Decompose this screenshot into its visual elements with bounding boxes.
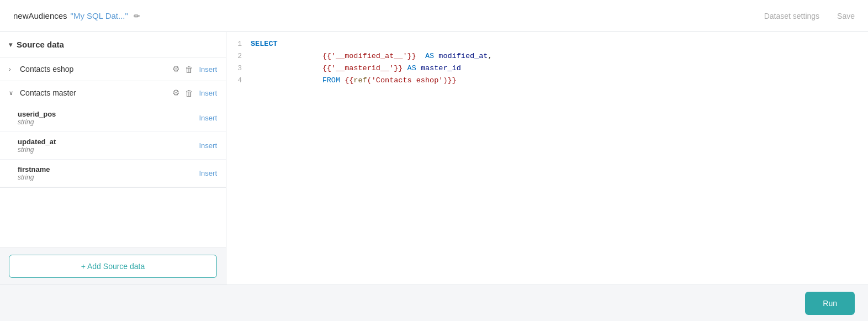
edit-icon[interactable]: ✏ bbox=[134, 12, 140, 20]
source-item-chevron-eshop: › bbox=[9, 66, 15, 72]
sidebar: ▾ Source data › Contacts eshop ⚙ 🗑 Inser… bbox=[0, 32, 226, 285]
code-line-4: 4 FROM {{ref('Contacts eshop')}} bbox=[226, 75, 868, 87]
editor-area[interactable]: 1 SELECT 2 {{'__modified_at__'}} AS modi… bbox=[226, 32, 868, 285]
settings-icon-eshop[interactable]: ⚙ bbox=[172, 64, 179, 74]
source-data-title: Source data bbox=[17, 40, 64, 49]
source-data-collapse-icon[interactable]: ▾ bbox=[9, 41, 12, 49]
field-row-firstname: firstname string Insert bbox=[0, 160, 226, 187]
code-lines: 1 SELECT 2 {{'__modified_at__'}} AS modi… bbox=[226, 32, 868, 94]
insert-button-master[interactable]: Insert bbox=[199, 89, 217, 97]
field-row-updated-at: updated_at string Insert bbox=[0, 132, 226, 160]
source-item-contacts-eshop: › Contacts eshop ⚙ 🗑 Insert bbox=[0, 57, 226, 81]
source-item-header-contacts-master[interactable]: ∨ Contacts master ⚙ 🗑 Insert bbox=[0, 81, 226, 104]
source-item-contacts-master: ∨ Contacts master ⚙ 🗑 Insert userid_pos … bbox=[0, 81, 226, 188]
field-insert-firstname[interactable]: Insert bbox=[199, 169, 217, 177]
code-line-1: 1 SELECT bbox=[226, 39, 868, 51]
line-content-3: {{'__masterid__'}} AS master_id bbox=[251, 64, 868, 72]
dataset-settings-button[interactable]: Dataset settings bbox=[764, 12, 819, 20]
field-type-updated-at: string bbox=[18, 146, 199, 154]
source-item-chevron-master: ∨ bbox=[9, 90, 15, 97]
code-line-2: 2 {{'__modified_at__'}} AS modified_at, bbox=[226, 51, 868, 63]
field-name-firstname: firstname bbox=[18, 165, 199, 173]
bottom-bar: Run bbox=[0, 285, 868, 321]
save-button[interactable]: Save bbox=[837, 12, 855, 20]
field-info-userid-pos: userid_pos string bbox=[18, 110, 199, 126]
delete-icon-master[interactable]: 🗑 bbox=[185, 88, 193, 98]
field-row-userid-pos: userid_pos string Insert bbox=[0, 104, 226, 132]
field-type-userid-pos: string bbox=[18, 118, 199, 126]
field-insert-userid-pos[interactable]: Insert bbox=[199, 114, 217, 122]
header-left: newAudiences "My SQL Dat..." ✏ bbox=[13, 11, 140, 20]
source-item-actions-eshop: ⚙ 🗑 Insert bbox=[172, 64, 217, 74]
dataset-name: "My SQL Dat..." bbox=[71, 11, 128, 20]
settings-icon-master[interactable]: ⚙ bbox=[172, 88, 179, 98]
line-number-1: 1 bbox=[226, 40, 251, 48]
run-button[interactable]: Run bbox=[805, 292, 855, 315]
source-item-name-master: Contacts master bbox=[20, 88, 168, 97]
source-item-name-eshop: Contacts eshop bbox=[20, 65, 168, 73]
line-number-3: 3 bbox=[226, 64, 251, 72]
line-number-4: 4 bbox=[226, 76, 251, 85]
header: newAudiences "My SQL Dat..." ✏ Dataset s… bbox=[0, 0, 868, 32]
line-content-1: SELECT bbox=[251, 40, 868, 48]
source-data-header: ▾ Source data bbox=[0, 32, 226, 57]
field-info-firstname: firstname string bbox=[18, 165, 199, 181]
main-content: ▾ Source data › Contacts eshop ⚙ 🗑 Inser… bbox=[0, 32, 868, 285]
source-item-actions-master: ⚙ 🗑 Insert bbox=[172, 88, 217, 98]
field-type-firstname: string bbox=[18, 173, 199, 181]
field-name-userid-pos: userid_pos bbox=[18, 110, 199, 118]
add-source-button[interactable]: + Add Source data bbox=[9, 255, 217, 278]
code-line-3: 3 {{'__masterid__'}} AS master_id bbox=[226, 63, 868, 75]
insert-button-eshop[interactable]: Insert bbox=[199, 65, 217, 73]
field-info-updated-at: updated_at string bbox=[18, 138, 199, 154]
line-content-2: {{'__modified_at__'}} AS modified_at, bbox=[251, 52, 868, 60]
add-source-footer: + Add Source data bbox=[0, 248, 226, 285]
app-name: newAudiences bbox=[13, 11, 67, 20]
field-insert-updated-at[interactable]: Insert bbox=[199, 141, 217, 150]
header-right: Dataset settings Save bbox=[764, 12, 855, 20]
sidebar-inner: ▾ Source data › Contacts eshop ⚙ 🗑 Inser… bbox=[0, 32, 226, 248]
source-item-header-contacts-eshop[interactable]: › Contacts eshop ⚙ 🗑 Insert bbox=[0, 57, 226, 81]
delete-icon-eshop[interactable]: 🗑 bbox=[185, 65, 193, 74]
line-content-4: FROM {{ref('Contacts eshop')}} bbox=[251, 76, 868, 85]
field-name-updated-at: updated_at bbox=[18, 138, 199, 146]
line-number-2: 2 bbox=[226, 52, 251, 60]
